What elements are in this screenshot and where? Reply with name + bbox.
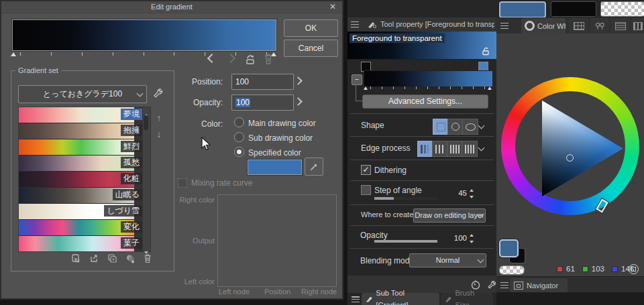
advanced-settings-button[interactable]: Advanced Settings... xyxy=(362,95,488,109)
radio-sub-drawing-color[interactable] xyxy=(234,132,244,142)
delete-node-button[interactable] xyxy=(263,52,274,66)
gradient-preview-bar[interactable] xyxy=(12,19,276,51)
left-node-caret[interactable] xyxy=(11,52,16,56)
scroll-down-icon[interactable] xyxy=(143,245,149,251)
shape-circle-button[interactable] xyxy=(447,119,464,135)
editor-right-caret[interactable] xyxy=(488,86,492,90)
foreground-color-swatch[interactable] xyxy=(499,239,519,257)
dithering-checkbox[interactable]: ✓ xyxy=(361,165,371,175)
gradient-editor-bar[interactable] xyxy=(364,70,493,87)
blending-mode-dropdown[interactable]: Normal xyxy=(409,253,486,267)
editor-left-caret[interactable] xyxy=(364,86,368,90)
edge-process-2-button[interactable] xyxy=(432,141,448,157)
edge-process-1-button[interactable] xyxy=(417,141,433,157)
edge-process-4-button[interactable] xyxy=(462,141,478,157)
tab-color-history[interactable] xyxy=(631,18,644,34)
position-input[interactable]: 100 xyxy=(231,74,294,90)
specified-color-swatch[interactable] xyxy=(248,160,302,175)
edge-process-3-button[interactable] xyxy=(447,141,463,157)
tab-subtool-gradient[interactable]: Sub Tool [Gradient] xyxy=(362,293,439,305)
move-down-button[interactable]: ↓ xyxy=(154,129,164,139)
tool-opacity-value[interactable]: 100 xyxy=(453,234,467,242)
tool-opacity-spinner[interactable] xyxy=(469,233,475,244)
gradient-list[interactable]: 夢境 抱擁 鮮烈 孤愁 化粧 山眠る しづり雪 変化 菓子 xyxy=(18,107,143,252)
step-of-angle-value[interactable]: 45 xyxy=(453,189,467,197)
mixing-rate-curve-checkbox[interactable] xyxy=(178,178,187,188)
tab-brush-size[interactable]: Brush Size xyxy=(441,293,493,305)
step-of-angle-checkbox[interactable] xyxy=(361,185,371,195)
delete-gradient-icon[interactable] xyxy=(143,253,152,264)
gradient-list-item[interactable]: 山眠る xyxy=(19,188,142,204)
gradient-list-scrollbar[interactable] xyxy=(142,107,151,252)
gradient-list-item[interactable]: 孤愁 xyxy=(19,156,142,172)
scroll-up-icon[interactable] xyxy=(143,107,149,114)
pen-icon xyxy=(366,295,373,303)
undo-button[interactable] xyxy=(209,52,218,66)
eyedropper-icon xyxy=(309,162,319,172)
sv-cursor[interactable] xyxy=(566,154,574,162)
sub-drawing-color-label: Sub drawing color xyxy=(248,133,313,143)
tab-color-wheel[interactable]: Color Wheel xyxy=(521,18,566,34)
subtool-item-foreground-to-transparent[interactable]: Foreground to transparent xyxy=(347,32,496,60)
gradient-set-settings-button[interactable] xyxy=(151,87,166,101)
transparent-swatch[interactable] xyxy=(499,265,525,275)
where-to-create-dropdown[interactable]: Draw on editing layer xyxy=(413,208,486,223)
panel-menu-icon[interactable] xyxy=(351,21,359,27)
gradient-list-item[interactable]: 夢境 xyxy=(19,107,142,123)
gradient-set-dropdown[interactable]: とっておきグラデ100 xyxy=(18,85,147,103)
radio-specified-color[interactable] xyxy=(234,147,244,157)
opacity-slider-chevron-icon[interactable] xyxy=(294,97,303,106)
color-panel-menu-icon[interactable] xyxy=(500,23,508,29)
move-up-button[interactable]: ↑ xyxy=(154,113,164,123)
foreground-color-swatch-top[interactable] xyxy=(499,1,546,18)
redo-button[interactable] xyxy=(227,52,237,66)
chevron-right-icon xyxy=(226,54,235,63)
eyedropper-button[interactable] xyxy=(305,158,323,176)
gradient-list-item[interactable]: 菓子 xyxy=(19,236,142,252)
position-slider-chevron-icon[interactable] xyxy=(294,76,303,85)
tabbar-menu-icon[interactable] xyxy=(352,296,360,302)
cancel-button[interactable]: Cancel xyxy=(284,40,338,57)
color-wheel-area xyxy=(496,34,644,276)
step-of-angle-slider[interactable] xyxy=(374,197,437,200)
edge-process-label: Edge process xyxy=(361,143,410,153)
tool-opacity-slider[interactable] xyxy=(374,240,437,243)
app-root: Edit gradient ✕ OK Cancel xyxy=(0,0,644,305)
close-icon[interactable]: ✕ xyxy=(328,1,337,12)
ok-button[interactable]: OK xyxy=(284,19,338,37)
shape-dropdown-icon[interactable] xyxy=(478,123,485,129)
unlock-icon[interactable] xyxy=(481,46,490,56)
gradient-editor-track[interactable] xyxy=(364,86,492,92)
tab-color-slider[interactable] xyxy=(610,18,630,34)
wrench-icon xyxy=(151,87,164,99)
shape-linear-button[interactable] xyxy=(433,119,449,135)
wheel-shape-toggle-icon[interactable] xyxy=(629,264,639,274)
background-color-swatch-top[interactable] xyxy=(551,1,596,17)
new-settings-icon[interactable] xyxy=(125,253,136,264)
tab-navigator[interactable]: Navigator xyxy=(510,278,568,293)
import-icon[interactable] xyxy=(70,253,81,264)
gradient-list-item[interactable]: 抱擁 xyxy=(19,123,142,139)
main-drawing-color-label: Main drawing color xyxy=(248,119,316,128)
step-of-angle-spinner[interactable] xyxy=(469,188,475,199)
collapse-gradient-button[interactable]: − xyxy=(352,74,362,85)
gradient-list-item[interactable]: 変化 xyxy=(19,220,142,236)
radio-main-drawing-color[interactable] xyxy=(234,117,244,127)
duplicate-icon[interactable] xyxy=(107,253,117,264)
edge-process-dropdown-icon[interactable] xyxy=(478,145,485,151)
gradient-list-item[interactable]: しづり雪 xyxy=(19,204,142,220)
transparent-color-swatch-top[interactable] xyxy=(600,1,644,17)
navigator-menu-icon[interactable] xyxy=(500,282,508,288)
editor-ticks xyxy=(370,86,485,90)
shape-ellipse-button[interactable] xyxy=(462,119,478,135)
mixing-curve-canvas[interactable] xyxy=(217,194,337,287)
opacity-input[interactable]: 100 xyxy=(231,95,294,111)
scrollbar-thumb[interactable] xyxy=(144,115,148,130)
tab-intermediate-color[interactable] xyxy=(590,18,609,34)
register-gradient-button[interactable] xyxy=(244,52,258,66)
export-icon[interactable] xyxy=(89,253,99,264)
tab-color-set[interactable] xyxy=(569,18,588,34)
dialog-titlebar[interactable]: Edit gradient ✕ xyxy=(1,1,342,13)
gradient-list-item[interactable]: 鮮烈 xyxy=(19,139,142,156)
gradient-list-item[interactable]: 化粧 xyxy=(19,172,142,188)
